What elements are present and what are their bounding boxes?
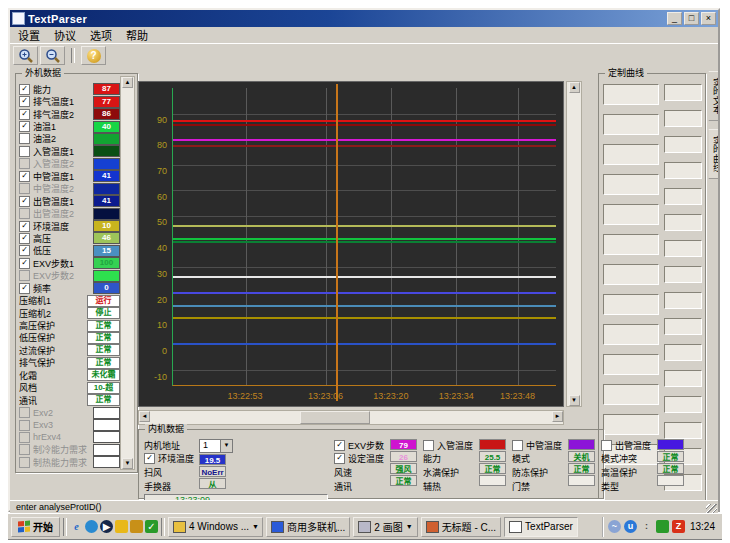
close-button[interactable]: × — [701, 12, 716, 25]
maximize-button[interactable]: □ — [684, 12, 699, 25]
custom-curve-slot[interactable] — [603, 234, 659, 255]
custom-curve-value-slot[interactable] — [664, 292, 702, 309]
custom-curve-slot[interactable] — [603, 114, 659, 135]
taskbtn-windows-group[interactable]: 4 Windows ...▼ — [168, 517, 263, 537]
chart-scroll-left-icon[interactable]: ◄ — [139, 411, 150, 422]
messenger-icon[interactable] — [115, 520, 128, 533]
zoom-in-button[interactable] — [13, 46, 38, 65]
custom-curve-value-slot[interactable] — [664, 422, 702, 439]
row-checkbox[interactable] — [19, 432, 30, 443]
plot-area[interactable] — [172, 88, 556, 386]
custom-curve-slot[interactable] — [603, 294, 659, 315]
row-checkbox[interactable]: ✓ — [334, 453, 345, 464]
custom-curve-value-slot[interactable] — [664, 370, 702, 387]
row-checkbox[interactable] — [19, 270, 30, 281]
row-checkbox[interactable] — [19, 133, 30, 144]
chart-scroll-down-icon[interactable]: ▼ — [569, 395, 580, 406]
custom-curve-slot[interactable] — [603, 174, 659, 195]
custom-curve-slot[interactable] — [603, 84, 659, 105]
zoom-out-button[interactable] — [40, 46, 65, 65]
menu-item-帮助[interactable]: 帮助 — [119, 26, 155, 44]
row-checkbox[interactable] — [423, 440, 434, 451]
menu-item-设置[interactable]: 设置 — [11, 26, 47, 44]
ie-icon[interactable]: e — [70, 520, 83, 533]
row-checkbox[interactable]: ✓ — [19, 221, 30, 232]
row-checkbox[interactable] — [19, 444, 30, 455]
row-checkbox[interactable]: ✓ — [19, 109, 30, 120]
row-checkbox[interactable]: ✓ — [19, 233, 30, 244]
help-button[interactable]: ? — [81, 46, 106, 65]
antivirus-icon[interactable]: ✓ — [145, 520, 158, 533]
lock-icon[interactable] — [130, 520, 143, 533]
tab-实时文本[interactable]: 实时文本 — [708, 71, 718, 121]
row-checkbox[interactable]: ✓ — [19, 196, 30, 207]
chart-vscrollbar[interactable]: ▲ ▼ — [566, 81, 582, 407]
menu-item-选项[interactable]: 选项 — [83, 26, 119, 44]
row-checkbox[interactable] — [601, 440, 612, 451]
chart-hscrollbar[interactable]: ◄ ► — [138, 410, 564, 425]
chart-time-cursor[interactable] — [336, 84, 338, 401]
custom-curve-value-slot[interactable] — [664, 214, 702, 231]
chart-scroll-up-icon[interactable]: ▲ — [569, 82, 580, 93]
row-checkbox[interactable]: ✓ — [19, 121, 30, 132]
custom-curve-value-slot[interactable] — [664, 188, 702, 205]
custom-curve-slot[interactable] — [603, 414, 659, 435]
titlebar[interactable]: TextParser _ □ × — [10, 10, 718, 27]
media-player-icon[interactable]: ▶ — [100, 520, 113, 533]
custom-curve-slot[interactable] — [603, 324, 659, 345]
custom-curve-value-slot[interactable] — [664, 84, 702, 101]
row-checkbox[interactable] — [512, 440, 523, 451]
tray-u-icon[interactable]: u — [624, 520, 637, 533]
indoor-address-dropdown[interactable]: 1▼ — [199, 439, 233, 453]
custom-curve-value-slot[interactable] — [664, 240, 702, 257]
menu-item-协议[interactable]: 协议 — [47, 26, 83, 44]
scroll-up-icon[interactable]: ▲ — [122, 77, 133, 88]
row-checkbox[interactable] — [19, 208, 30, 219]
taskbtn-doc[interactable]: 商用多联机... — [266, 517, 350, 537]
custom-curve-value-slot[interactable] — [664, 344, 702, 361]
tray-ime-icon[interactable]: Z — [672, 520, 685, 533]
taskbtn-textparser[interactable]: TextParser — [504, 517, 578, 537]
start-button[interactable]: 开始 — [11, 517, 60, 537]
chart-hscroll-thumb[interactable] — [300, 411, 370, 424]
tray-dots-icon[interactable]: : — [640, 520, 653, 533]
custom-curve-slot[interactable] — [603, 144, 659, 165]
taskbtn-untitled[interactable]: 无标题 - C... — [421, 517, 501, 537]
custom-curve-value-slot[interactable] — [664, 162, 702, 179]
row-checkbox[interactable]: ✓ — [19, 283, 30, 294]
custom-curve-slot[interactable] — [603, 354, 659, 375]
tray-green-icon[interactable] — [656, 520, 669, 533]
minimize-button[interactable]: _ — [667, 12, 682, 25]
left-panel-scrollbar[interactable]: ▲ ▼ — [120, 76, 135, 470]
custom-curve-value-slot[interactable] — [664, 136, 702, 153]
row-checkbox[interactable] — [19, 183, 30, 194]
tab-实时曲线[interactable]: 实时曲线 — [708, 129, 718, 179]
custom-curve-value-slot[interactable] — [664, 110, 702, 127]
custom-curve-value-slot[interactable] — [664, 266, 702, 283]
chevron-down-icon[interactable]: ▼ — [406, 523, 413, 530]
taskbtn-paint-group[interactable]: 2 画图▼ — [353, 517, 417, 537]
row-checkbox[interactable] — [19, 146, 30, 157]
custom-curve-slot[interactable] — [603, 204, 659, 225]
custom-curve-slot[interactable] — [603, 384, 659, 405]
tray-msn-icon[interactable]: ~ — [608, 520, 621, 533]
row-checkbox[interactable] — [19, 457, 30, 468]
row-checkbox[interactable]: ✓ — [19, 245, 30, 256]
chevron-down-icon[interactable]: ▼ — [252, 523, 259, 530]
row-checkbox[interactable]: ✓ — [144, 453, 155, 464]
chevron-down-icon[interactable]: ▼ — [220, 440, 232, 452]
custom-curve-value-slot[interactable] — [664, 396, 702, 413]
row-checkbox[interactable] — [19, 407, 30, 418]
row-checkbox[interactable]: ✓ — [19, 84, 30, 95]
row-checkbox[interactable]: ✓ — [19, 258, 30, 269]
row-checkbox[interactable]: ✓ — [19, 171, 30, 182]
row-checkbox[interactable]: ✓ — [334, 440, 345, 451]
row-checkbox[interactable]: ✓ — [19, 96, 30, 107]
custom-curve-slot[interactable] — [603, 264, 659, 285]
scroll-down-icon[interactable]: ▼ — [122, 458, 133, 469]
row-checkbox[interactable] — [19, 420, 30, 431]
custom-curve-value-slot[interactable] — [664, 318, 702, 335]
row-checkbox[interactable] — [19, 158, 30, 169]
globe-icon[interactable] — [85, 520, 98, 533]
chart-scroll-right-icon[interactable]: ► — [552, 411, 563, 422]
